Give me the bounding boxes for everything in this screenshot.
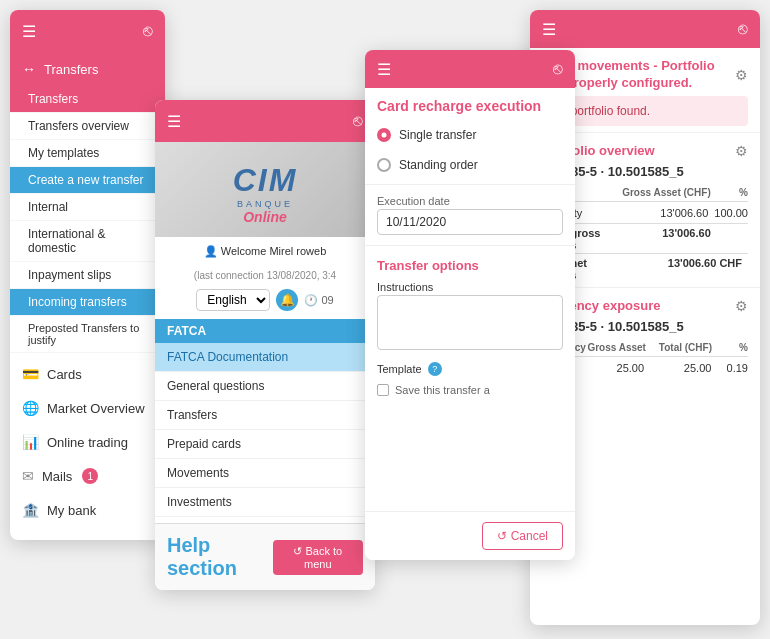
cim-online-text: Online xyxy=(167,209,363,225)
help-section-title: Help section xyxy=(167,534,273,580)
transfer-bottom-actions: ↺ Cancel xyxy=(365,511,575,560)
market-icon: 🌐 xyxy=(22,400,39,416)
instructions-box[interactable] xyxy=(377,295,563,350)
sidebar-sub-internal[interactable]: Internal xyxy=(10,194,165,221)
transfer-options-title: Transfer options xyxy=(365,250,575,277)
sidebar-sub-create-transfer[interactable]: Create a new transfer xyxy=(10,167,165,194)
menu-hamburger-icon[interactable]: ☰ xyxy=(167,112,181,131)
transfers-icon: ↔ xyxy=(22,61,36,77)
sidebar-item-online-trading[interactable]: 📊 Online trading xyxy=(10,425,165,459)
cash-movements-gear-icon[interactable]: ⚙ xyxy=(735,67,748,83)
save-checkbox[interactable] xyxy=(377,384,389,396)
sidebar-sub-my-templates[interactable]: My templates xyxy=(10,140,165,167)
sidebar-sub-intl-domestic[interactable]: International & domestic xyxy=(10,221,165,262)
portfolio-hamburger-icon[interactable]: ☰ xyxy=(542,20,556,39)
transfer-section-title: Card recharge execution xyxy=(365,88,575,120)
bank-icon: 🏦 xyxy=(22,502,39,518)
portfolio-topbar: ☰ ⎋ xyxy=(530,10,760,48)
sidebar-item-transfers[interactable]: ↔ Transfers xyxy=(10,52,165,86)
cards-icon: 💳 xyxy=(22,366,39,382)
user-icon: 👤 xyxy=(204,245,218,257)
menu-item-fatca-docs[interactable]: FATCA Documentation xyxy=(155,343,375,372)
standing-order-radio[interactable] xyxy=(377,158,391,172)
cim-logo: CIM xyxy=(167,162,363,199)
standing-order-option[interactable]: Standing order xyxy=(365,150,575,180)
sidebar-sub-inpayment[interactable]: Inpayment slips xyxy=(10,262,165,289)
instructions-label: Instructions xyxy=(365,277,575,295)
sidebar-item-mails[interactable]: ✉ Mails 1 xyxy=(10,459,165,493)
menu-help-card: ☰ ⎋ CIM BANQUE Online 👤 Welcome Mirel ro… xyxy=(155,100,375,590)
menu-logout-icon[interactable]: ⎋ xyxy=(353,112,363,130)
menu-item-prepaid-cards[interactable]: Prepaid cards xyxy=(155,430,375,459)
sidebar-sub-incoming[interactable]: Incoming transfers xyxy=(10,289,165,316)
template-question-icon[interactable]: ? xyxy=(428,362,442,376)
menu-item-transfers[interactable]: Transfers xyxy=(155,401,375,430)
menu-item-investments[interactable]: Investments xyxy=(155,488,375,517)
language-select[interactable]: English xyxy=(196,289,270,311)
menu-item-general-questions[interactable]: General questions xyxy=(155,372,375,401)
hamburger-icon[interactable]: ☰ xyxy=(22,22,36,41)
execution-date-label: Execution date xyxy=(365,189,575,209)
save-row: Save this transfer a xyxy=(365,380,575,404)
help-section-footer: Help section ↺ Back to menu xyxy=(155,523,375,590)
main-sidebar-card: ☰ ⎋ ↔ Transfers Transfers Transfers over… xyxy=(10,10,165,540)
transfer-topbar: ☰ ⎋ xyxy=(365,50,575,88)
transfer-logout-icon[interactable]: ⎋ xyxy=(553,60,563,78)
divider-1 xyxy=(365,184,575,185)
sidebar-item-my-bank[interactable]: 🏦 My bank xyxy=(10,493,165,527)
col-header-gross: Gross Asset (CHF) xyxy=(617,187,717,198)
sidebar-item-market-overview[interactable]: 🌐 Market Overview xyxy=(10,391,165,425)
portfolio-logout-icon[interactable]: ⎋ xyxy=(738,20,748,38)
sidebar-item-cards[interactable]: 💳 Cards xyxy=(10,357,165,391)
single-transfer-radio[interactable] xyxy=(377,128,391,142)
divider-2 xyxy=(365,245,575,246)
currency-gear-icon[interactable]: ⚙ xyxy=(735,298,748,314)
template-row: Template ? xyxy=(365,358,575,380)
portfolio-overview-gear-icon[interactable]: ⚙ xyxy=(735,143,748,159)
mail-icon: ✉ xyxy=(22,468,34,484)
back-to-menu-button[interactable]: ↺ Back to menu xyxy=(273,540,363,575)
logout-icon[interactable]: ⎋ xyxy=(143,22,153,40)
mails-badge: 1 xyxy=(82,468,98,484)
transfer-hamburger-icon[interactable]: ☰ xyxy=(377,60,391,79)
menu-topbar: ☰ ⎋ xyxy=(155,100,375,142)
single-transfer-option[interactable]: Single transfer xyxy=(365,120,575,150)
sidebar-sub-transfers-overview[interactable]: Transfers overview xyxy=(10,113,165,140)
controls-row: English 🔔 🕐 09 xyxy=(155,285,375,319)
sidebar-sub-preposted[interactable]: Preposted Transfers to justify xyxy=(10,316,165,353)
col-header-gross-asset: Gross Asset xyxy=(586,342,652,353)
trading-icon: 📊 xyxy=(22,434,39,450)
welcome-text: 👤 Welcome Mirel roweb xyxy=(155,237,375,262)
execution-date-input[interactable] xyxy=(377,209,563,235)
menu-item-movements[interactable]: Movements xyxy=(155,459,375,488)
col-header-total-chf: Total (CHF) xyxy=(652,342,718,353)
col-header-pct: % xyxy=(717,187,748,198)
clock-text: 🕐 09 xyxy=(304,294,333,307)
transfer-form-card: ☰ ⎋ Card recharge execution Single trans… xyxy=(365,50,575,560)
main-topbar: ☰ ⎋ xyxy=(10,10,165,52)
template-label: Template xyxy=(377,363,422,375)
cancel-button[interactable]: ↺ Cancel xyxy=(482,522,563,550)
fatca-section-title: FATCA xyxy=(155,319,375,343)
sidebar-sub-transfers[interactable]: Transfers xyxy=(10,86,165,113)
bell-icon[interactable]: 🔔 xyxy=(276,289,298,311)
profile-section: CIM BANQUE Online xyxy=(155,142,375,237)
cim-sub-text: BANQUE xyxy=(167,199,363,209)
last-connection: (last connection 13/08/2020, 3:4 xyxy=(155,262,375,285)
col-header-pct2: % xyxy=(718,342,748,353)
